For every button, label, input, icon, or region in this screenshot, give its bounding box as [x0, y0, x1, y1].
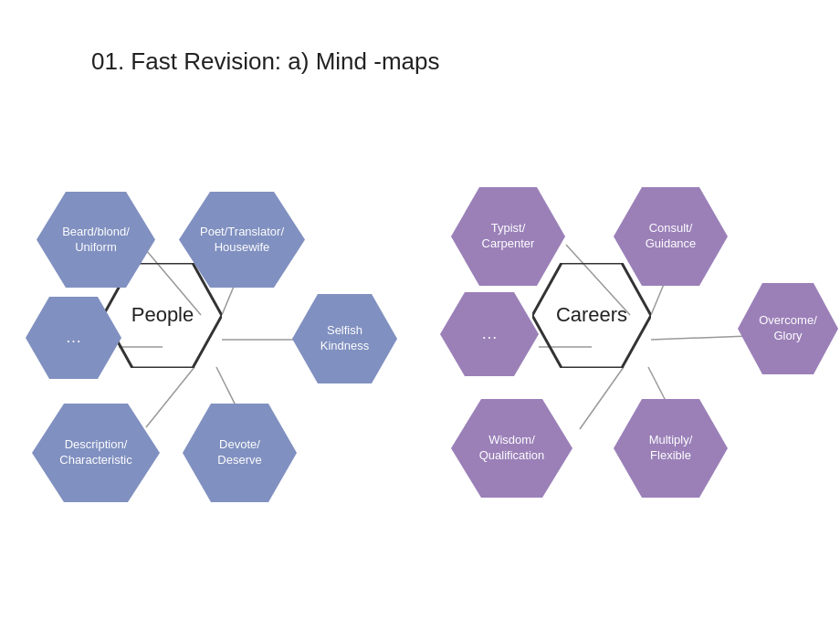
hex-wisdom: Wisdom/ Qualification [451, 399, 572, 498]
hex-beard: Beard/blond/ Uniform [37, 192, 155, 288]
hex-overcome: Overcome/ Glory [738, 283, 838, 374]
hex-ellipsis-left: … [26, 297, 121, 379]
hex-ellipsis-right: … [440, 292, 539, 376]
hex-devote: Devote/ Deserve [183, 404, 297, 502]
hex-selfish: Selfish Kindness [292, 294, 397, 383]
hex-multiply: Multiply/ Flexible [614, 399, 728, 498]
hex-consult: Consult/ Guidance [614, 187, 728, 286]
hex-poet: Poet/Translator/ Housewife [179, 192, 305, 288]
hex-typist: Typist/ Carpenter [451, 187, 565, 286]
mindmap-container: People Beard/blond/ Uniform Poet/Transla… [0, 137, 840, 593]
hex-description: Description/ Characteristic [32, 404, 160, 502]
svg-line-9 [651, 336, 749, 340]
